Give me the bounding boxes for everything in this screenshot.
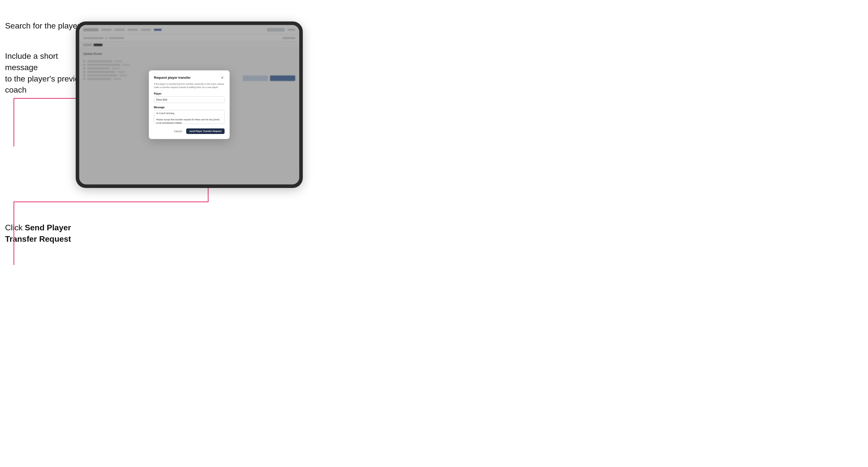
player-field-label: Player: [154, 92, 224, 95]
modal-title: Request player transfer: [154, 76, 190, 80]
send-transfer-request-button[interactable]: Send Player Transfer Request: [186, 128, 224, 134]
annotation-click: Click Send PlayerTransfer Request: [5, 222, 96, 245]
modal-overlay: Request player transfer ✕ If the player …: [79, 25, 299, 184]
message-textarea[interactable]: Hi Coach McHarg, Please accept this tran…: [154, 110, 224, 124]
modal-header: Request player transfer ✕: [154, 75, 224, 80]
message-field-label: Message: [154, 106, 224, 109]
cancel-button[interactable]: Cancel: [171, 129, 184, 134]
modal-close-button[interactable]: ✕: [220, 75, 224, 80]
tablet-device: Update Roster: [76, 22, 303, 188]
player-search-input[interactable]: [154, 96, 224, 103]
modal-footer: Cancel Send Player Transfer Request: [154, 128, 224, 134]
request-transfer-modal: Request player transfer ✕ If the player …: [149, 70, 229, 139]
tablet-screen: Update Roster: [79, 25, 299, 184]
annotation-search: Search for the player.: [5, 20, 82, 32]
modal-description: If the player is transferring from anoth…: [154, 83, 224, 89]
